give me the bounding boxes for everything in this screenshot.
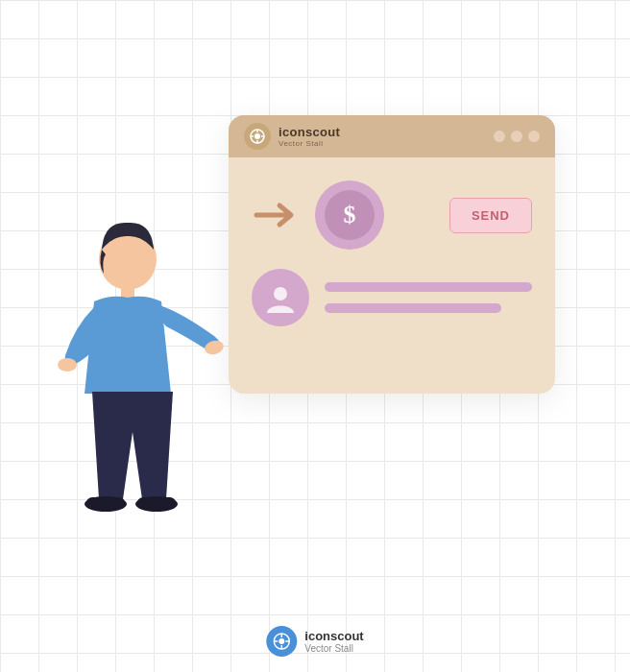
coin-icon: $	[315, 180, 384, 250]
logo-sub-text: Vector Stall	[279, 139, 340, 148]
dollar-symbol: $	[325, 190, 375, 240]
watermark-brand: iconscout	[304, 629, 363, 643]
svg-point-6	[274, 287, 287, 300]
arrow-right-icon	[252, 198, 300, 232]
watermark-sub: Vector Stall	[304, 643, 363, 654]
dot-1	[494, 131, 505, 142]
dot-2	[511, 131, 522, 142]
svg-point-1	[254, 133, 260, 139]
watermark-logo-icon	[266, 626, 297, 657]
svg-point-10	[58, 358, 77, 372]
brand-logo: iconscout Vector Stall	[244, 123, 484, 150]
browser-card: iconscout Vector Stall $	[229, 115, 555, 394]
watermark: iconscout Vector Stall	[266, 626, 363, 657]
info-lines	[325, 282, 532, 313]
avatar-icon	[252, 269, 309, 326]
browser-topbar: iconscout Vector Stall	[229, 115, 555, 157]
send-button[interactable]: SEND	[449, 198, 532, 233]
person-illustration	[46, 202, 238, 605]
browser-controls	[494, 131, 540, 142]
svg-rect-12	[86, 497, 125, 509]
svg-point-16	[279, 638, 284, 644]
payment-row: $ SEND	[252, 180, 532, 250]
watermark-text: iconscout Vector Stall	[304, 629, 363, 654]
logo-icon	[244, 123, 271, 150]
info-line-1	[325, 282, 532, 292]
info-line-2	[325, 303, 501, 313]
main-scene: iconscout Vector Stall $	[46, 58, 584, 614]
logo-text: iconscout Vector Stall	[279, 125, 340, 148]
browser-content: $ SEND	[229, 157, 555, 346]
user-row	[252, 269, 532, 326]
svg-rect-14	[137, 497, 176, 509]
logo-main-text: iconscout	[279, 125, 340, 139]
dot-3	[528, 131, 540, 142]
